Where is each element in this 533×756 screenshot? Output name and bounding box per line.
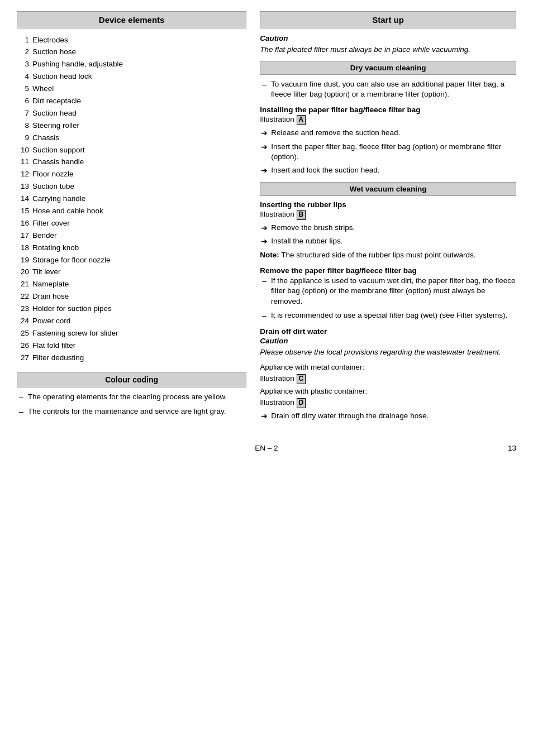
item-label: Flat fold filter: [32, 341, 75, 351]
item-label: Floor nozzle: [32, 169, 74, 180]
illustration-text: Illustration: [260, 374, 294, 382]
device-elements-header: Device elements: [17, 11, 246, 28]
arrow-item: ➜Install the rubber lips.: [260, 236, 516, 247]
item-number: 8: [17, 121, 29, 131]
item-label: Holder for suction pipes: [32, 304, 112, 314]
dry-vacuum-text: To vacuum fine dust, you can also use an…: [271, 79, 516, 101]
dash-icon: –: [262, 276, 266, 287]
arrow-item: ➜Insert and lock the suction head.: [260, 165, 516, 176]
drain-caution-text: Please observe the local provisions rega…: [260, 347, 516, 358]
illustration-a-line: Illustration A: [260, 115, 516, 125]
illustration-text: Illustration: [260, 398, 294, 406]
device-list-item: 19Storage for floor nozzle: [17, 254, 246, 266]
arrow-text: Insert the paper filter bag, fleece filt…: [271, 142, 516, 163]
device-list-item: 23Holder for suction pipes: [17, 303, 246, 315]
caution-text: The flat pleated filter must always be i…: [260, 44, 516, 55]
device-list-item: 25Fastening screw for slider: [17, 327, 246, 339]
colour-item-text: The operating elements for the cleaning …: [28, 392, 227, 403]
dash-icon: –: [262, 310, 266, 322]
device-list-item: 4Suction head lock: [17, 71, 246, 83]
illustration-box: D: [297, 398, 306, 408]
item-label: Drain hose: [32, 291, 69, 302]
item-label: Power cord: [32, 316, 70, 327]
item-number: 18: [17, 243, 29, 253]
item-label: Chassis: [32, 133, 59, 143]
arrow-text: Insert and lock the suction head.: [271, 165, 379, 176]
item-label: Suction hose: [32, 47, 76, 58]
page-number: 13: [508, 444, 516, 452]
item-number: 15: [17, 206, 29, 217]
illustration-b-line: Illustration B: [260, 210, 516, 220]
item-number: 2: [17, 47, 29, 58]
device-list-item: 21Nameplate: [17, 279, 246, 291]
device-list-item: 17Bender: [17, 229, 246, 242]
item-number: 7: [17, 108, 29, 119]
colour-item-text: The controls for the maintenance and ser…: [28, 406, 226, 417]
item-label: Electrodes: [32, 35, 68, 46]
wet-vacuum-header: Wet vacuum cleaning: [260, 182, 516, 196]
item-number: 4: [17, 71, 29, 82]
colour-dash-item: –The controls for the maintenance and se…: [17, 406, 246, 418]
device-list-item: 20Tilt lever: [17, 266, 246, 279]
device-list-item: 22Drain hose: [17, 291, 246, 303]
footer-center: EN – 2: [255, 444, 278, 452]
arrow-text: Install the rubber lips.: [271, 236, 342, 247]
arrow-text: Release and remove the suction head.: [271, 128, 400, 138]
colour-coding-header: Colour coding: [17, 372, 246, 387]
arrow-icon: ➜: [261, 236, 268, 247]
device-list: 1Electrodes2Suction hose3Pushing handle,…: [17, 34, 246, 364]
rubber-lips-label: Inserting the rubber lips: [260, 200, 516, 209]
device-list-item: 27Filter dedusting: [17, 352, 246, 364]
left-column: Device elements 1Electrodes2Suction hose…: [17, 11, 246, 427]
rubber-lips-note: Note: Note: The structured side of the r…: [260, 250, 516, 261]
remove-filter-dash-item: –If the appliance is used to vacuum wet …: [260, 276, 516, 308]
item-label: Pushing handle, adjustable: [32, 59, 123, 70]
item-label: Suction support: [32, 145, 85, 156]
item-label: Filter cover: [32, 218, 70, 229]
colour-dash-item: –The operating elements for the cleaning…: [17, 392, 246, 403]
drain-caution-label: Caution: [260, 337, 516, 345]
arrow-icon: ➜: [261, 223, 268, 234]
dash-icon: –: [262, 79, 266, 90]
page-footer: EN – 2 13: [17, 444, 516, 452]
item-label: Hose and cable hook: [32, 206, 103, 217]
device-list-item: 5Wheel: [17, 83, 246, 95]
arrow-icon: ➜: [261, 128, 268, 139]
item-number: 5: [17, 84, 29, 94]
arrow-text: Drain off dirty water through the draina…: [271, 411, 429, 422]
dash-icon: –: [19, 406, 23, 418]
device-list-item: 11Chassis handle: [17, 156, 246, 169]
device-list-item: 10Suction support: [17, 144, 246, 156]
item-label: Bender: [32, 231, 57, 241]
item-number: 9: [17, 133, 29, 143]
illustration-b-box: B: [297, 210, 306, 220]
remove-filter-label: Remove the paper filter bag/fleece filte…: [260, 266, 516, 275]
item-number: 25: [17, 328, 29, 339]
dash-icon: –: [19, 392, 23, 403]
item-label: Carrying handle: [32, 194, 85, 204]
device-list-item: 18Rotating knob: [17, 242, 246, 254]
item-number: 26: [17, 341, 29, 351]
item-number: 16: [17, 218, 29, 229]
device-list-item: 1Electrodes: [17, 34, 246, 46]
item-label: Rotating knob: [32, 243, 79, 253]
item-number: 19: [17, 255, 29, 266]
device-list-item: 26Flat fold filter: [17, 339, 246, 352]
arrow-text: Remove the brush strips.: [271, 223, 355, 233]
device-list-item: 15Hose and cable hook: [17, 205, 246, 217]
arrow-item: ➜Insert the paper filter bag, fleece fil…: [260, 142, 516, 163]
item-number: 3: [17, 59, 29, 70]
item-label: Suction head: [32, 108, 77, 119]
device-list-item: 12Floor nozzle: [17, 169, 246, 181]
dry-vacuum-section: – To vacuum fine dust, you can also use …: [260, 79, 516, 101]
drain-line: Appliance with metal container:: [260, 363, 516, 371]
item-number: 17: [17, 231, 29, 241]
caution-label: Caution: [260, 34, 516, 42]
arrow-item: ➜Drain off dirty water through the drain…: [260, 411, 516, 422]
dry-vacuum-header: Dry vacuum cleaning: [260, 61, 516, 75]
item-number: 24: [17, 316, 29, 327]
item-number: 22: [17, 291, 29, 302]
drain-dirt-label: Drain off dirt water: [260, 327, 516, 336]
item-label: Suction head lock: [32, 71, 92, 82]
device-list-item: 6Dirt receptacle: [17, 95, 246, 107]
